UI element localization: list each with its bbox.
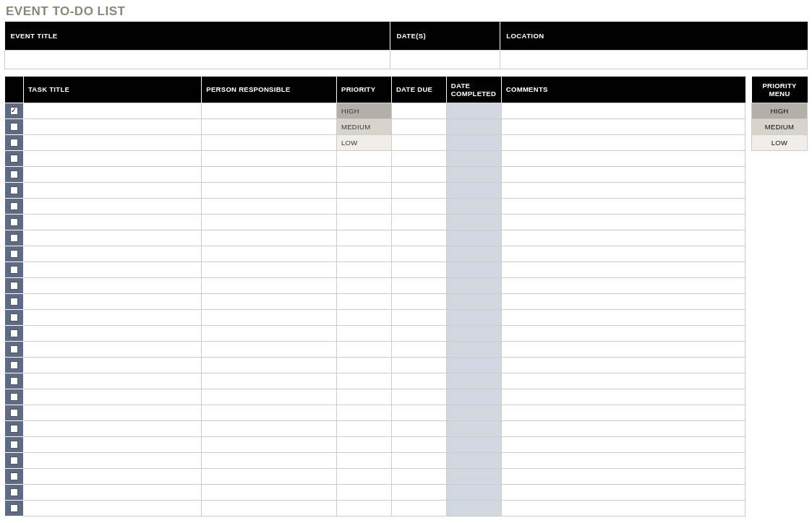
priority-cell[interactable]: [337, 357, 392, 373]
date-completed-cell[interactable]: [446, 389, 501, 405]
date-due-cell[interactable]: [391, 357, 446, 373]
date-due-cell[interactable]: [391, 277, 446, 293]
task-title-cell[interactable]: [23, 103, 201, 118]
checkbox-icon[interactable]: [10, 123, 18, 131]
person-cell[interactable]: [202, 468, 337, 484]
checkbox-cell[interactable]: [5, 325, 24, 341]
comments-cell[interactable]: [501, 325, 745, 341]
comments-cell[interactable]: [501, 309, 745, 325]
task-title-cell[interactable]: [23, 484, 201, 500]
person-cell[interactable]: [202, 103, 337, 118]
comments-cell[interactable]: [501, 166, 745, 182]
date-completed-cell[interactable]: [446, 166, 501, 182]
comments-cell[interactable]: [501, 436, 745, 452]
checkbox-cell[interactable]: [5, 103, 24, 118]
task-title-cell[interactable]: [23, 246, 201, 262]
priority-cell[interactable]: [337, 246, 392, 262]
task-title-cell[interactable]: [23, 182, 201, 198]
date-completed-cell[interactable]: [446, 309, 501, 325]
person-cell[interactable]: [202, 134, 337, 150]
comments-cell[interactable]: [501, 134, 745, 150]
date-completed-cell[interactable]: [446, 500, 501, 516]
date-completed-cell[interactable]: [446, 357, 501, 373]
person-cell[interactable]: [202, 230, 337, 246]
checkbox-icon[interactable]: [10, 409, 18, 417]
priority-cell[interactable]: [337, 500, 392, 516]
date-due-cell[interactable]: [391, 118, 446, 134]
comments-cell[interactable]: [501, 214, 745, 230]
person-cell[interactable]: [202, 150, 337, 166]
person-cell[interactable]: [202, 246, 337, 262]
comments-cell[interactable]: [501, 277, 745, 293]
checkbox-icon[interactable]: [10, 107, 18, 115]
priority-cell[interactable]: MEDIUM: [337, 118, 392, 134]
comments-cell[interactable]: [501, 373, 745, 389]
date-completed-cell[interactable]: [446, 246, 501, 262]
priority-cell[interactable]: [337, 309, 392, 325]
date-due-cell[interactable]: [391, 134, 446, 150]
date-completed-cell[interactable]: [446, 373, 501, 389]
checkbox-cell[interactable]: [5, 341, 24, 357]
checkbox-cell[interactable]: [5, 373, 24, 389]
date-due-cell[interactable]: [391, 420, 446, 436]
person-cell[interactable]: [202, 182, 337, 198]
task-title-cell[interactable]: [23, 309, 201, 325]
priority-cell[interactable]: [337, 277, 392, 293]
priority-cell[interactable]: [337, 436, 392, 452]
comments-cell[interactable]: [501, 293, 745, 309]
checkbox-icon[interactable]: [10, 488, 18, 496]
checkbox-cell[interactable]: [5, 293, 24, 309]
comments-cell[interactable]: [501, 341, 745, 357]
priority-cell[interactable]: LOW: [337, 134, 392, 150]
person-cell[interactable]: [202, 500, 337, 516]
checkbox-cell[interactable]: [5, 484, 24, 500]
checkbox-cell[interactable]: [5, 214, 24, 230]
checkbox-icon[interactable]: [10, 472, 18, 480]
checkbox-cell[interactable]: [5, 436, 24, 452]
priority-cell[interactable]: [337, 166, 392, 182]
date-due-cell[interactable]: [391, 484, 446, 500]
priority-cell[interactable]: [337, 341, 392, 357]
comments-cell[interactable]: [501, 484, 745, 500]
task-title-cell[interactable]: [23, 452, 201, 468]
date-completed-cell[interactable]: [446, 436, 501, 452]
priority-cell[interactable]: [337, 373, 392, 389]
comments-cell[interactable]: [501, 357, 745, 373]
date-due-cell[interactable]: [391, 500, 446, 516]
task-title-cell[interactable]: [23, 134, 201, 150]
priority-cell[interactable]: [337, 468, 392, 484]
comments-cell[interactable]: [501, 389, 745, 405]
comments-cell[interactable]: [501, 103, 745, 118]
checkbox-cell[interactable]: [5, 357, 24, 373]
event-dates-input[interactable]: [390, 51, 500, 69]
comments-cell[interactable]: [501, 150, 745, 166]
checkbox-icon[interactable]: [10, 250, 18, 258]
priority-cell[interactable]: [337, 182, 392, 198]
priority-cell[interactable]: [337, 262, 392, 277]
date-due-cell[interactable]: [391, 103, 446, 118]
person-cell[interactable]: [202, 293, 337, 309]
date-completed-cell[interactable]: [446, 452, 501, 468]
task-title-cell[interactable]: [23, 325, 201, 341]
checkbox-icon[interactable]: [10, 504, 18, 512]
task-title-cell[interactable]: [23, 214, 201, 230]
priority-cell[interactable]: [337, 452, 392, 468]
date-due-cell[interactable]: [391, 262, 446, 277]
checkbox-cell[interactable]: [5, 405, 24, 420]
date-completed-cell[interactable]: [446, 118, 501, 134]
task-title-cell[interactable]: [23, 389, 201, 405]
checkbox-icon[interactable]: [10, 425, 18, 433]
comments-cell[interactable]: [501, 262, 745, 277]
checkbox-cell[interactable]: [5, 468, 24, 484]
comments-cell[interactable]: [501, 452, 745, 468]
priority-cell[interactable]: [337, 420, 392, 436]
checkbox-icon[interactable]: [10, 441, 18, 449]
checkbox-icon[interactable]: [10, 377, 18, 385]
date-due-cell[interactable]: [391, 198, 446, 214]
priority-cell[interactable]: [337, 389, 392, 405]
comments-cell[interactable]: [501, 468, 745, 484]
date-due-cell[interactable]: [391, 182, 446, 198]
task-title-cell[interactable]: [23, 262, 201, 277]
checkbox-icon[interactable]: [10, 457, 18, 464]
date-completed-cell[interactable]: [446, 468, 501, 484]
